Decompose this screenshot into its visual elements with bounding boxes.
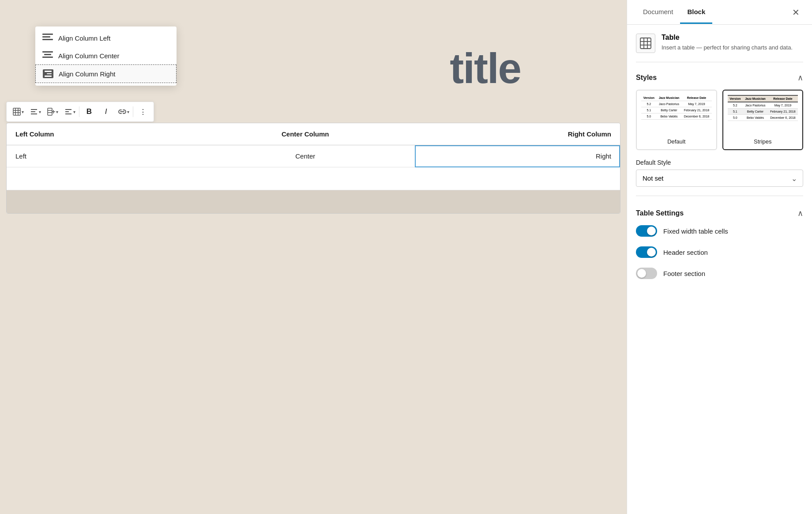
footer-cell-3 — [415, 190, 620, 213]
sidebar-tabs: Document Block ✕ — [627, 0, 812, 25]
block-info-text: Table Insert a table — perfect for shari… — [662, 34, 793, 52]
table-header-row: Left Column Center Column Right Column — [7, 123, 620, 145]
block-description: Insert a table — perfect for sharing cha… — [662, 43, 793, 52]
styles-grid: VersionJazz MusicianRelease Date 5.2Jaco… — [636, 90, 803, 150]
block-title: Table — [662, 34, 793, 42]
toggle-fixed-width: Fixed width table cells — [636, 225, 803, 237]
empty-cell-1[interactable] — [7, 167, 196, 190]
style-stripes-table: VersionJazz MusicianRelease Date 5.2Jaco… — [728, 95, 798, 121]
align-col-button[interactable]: ▾ — [26, 104, 43, 120]
block-info: Table Insert a table — perfect for shari… — [636, 34, 803, 62]
sidebar: Document Block ✕ Table Insert a table — … — [627, 0, 812, 514]
default-style-section: Default Style Not set Default Stripes — [636, 159, 803, 196]
cell-center[interactable]: Center — [196, 145, 415, 167]
table-row: Left Center Right — [7, 145, 620, 167]
table-settings-collapse[interactable]: ∧ — [797, 208, 803, 218]
block-toolbar: ▾ ▾ ▾ ▾ — [6, 102, 154, 122]
style-stripes-label: Stripes — [728, 138, 798, 145]
editor-area: Align Column Left Align Column Center Al… — [0, 0, 627, 514]
align-text-button[interactable]: ▾ — [61, 104, 77, 120]
cell-left[interactable]: Left — [7, 145, 196, 167]
align-col-arrow: ▾ — [39, 110, 41, 114]
style-default[interactable]: VersionJazz MusicianRelease Date 5.2Jaco… — [636, 90, 717, 150]
toggle-fixed-width-switch[interactable] — [636, 225, 657, 237]
page-title: title — [450, 44, 521, 93]
block-icon — [636, 34, 655, 53]
toggle-fixed-width-label: Fixed width table cells — [663, 227, 728, 235]
align-center-icon — [42, 51, 53, 60]
toggle-header-section: Header section — [636, 246, 803, 258]
insert-col-icon — [47, 108, 55, 116]
styles-section-title: Styles — [636, 74, 657, 82]
default-style-select[interactable]: Not set Default Stripes — [636, 170, 803, 187]
table-row-empty — [7, 167, 620, 190]
table-settings-header: Table Settings ∧ — [636, 208, 803, 218]
link-arrow: ▾ — [127, 110, 129, 114]
align-left-label: Align Column Left — [58, 34, 110, 42]
toggle-header-knob — [647, 248, 656, 257]
table-settings-section: Table Settings ∧ Fixed width table cells… — [636, 207, 803, 279]
link-icon — [118, 109, 126, 115]
toolbar-divider-2 — [133, 106, 133, 117]
align-text-arrow: ▾ — [73, 110, 75, 114]
empty-cell-3[interactable] — [415, 167, 620, 190]
align-center-label: Align Column Center — [58, 52, 119, 60]
table-type-button[interactable]: ▾ — [9, 104, 26, 120]
tab-document[interactable]: Document — [636, 1, 680, 24]
toggle-footer-switch[interactable] — [636, 268, 657, 279]
italic-button[interactable]: I — [98, 104, 114, 120]
style-default-label: Default — [641, 138, 712, 145]
align-right-option[interactable]: Align Column Right — [35, 64, 177, 83]
footer-cell-1 — [7, 190, 196, 213]
header-center-column[interactable]: Center Column — [196, 123, 415, 145]
default-style-select-wrapper: Not set Default Stripes — [636, 170, 803, 187]
header-left-column[interactable]: Left Column — [7, 123, 196, 145]
more-options-button[interactable]: ⋮ — [135, 104, 151, 120]
align-text-icon — [64, 108, 72, 116]
styles-section: Styles ∧ VersionJazz MusicianRelease Dat… — [636, 73, 803, 196]
toggle-header-switch[interactable] — [636, 246, 657, 258]
svg-rect-16 — [640, 38, 651, 49]
toggle-footer-knob — [637, 269, 646, 278]
align-left-option[interactable]: Align Column Left — [35, 29, 177, 47]
header-right-column[interactable]: Right Column — [415, 123, 620, 145]
insert-col-arrow: ▾ — [56, 110, 58, 114]
bold-button[interactable]: B — [81, 104, 97, 120]
svg-rect-0 — [13, 108, 20, 115]
empty-cell-2[interactable] — [196, 167, 415, 190]
styles-section-header: Styles ∧ — [636, 73, 803, 83]
toggle-footer-section: Footer section — [636, 268, 803, 279]
align-dropdown-menu: Align Column Left Align Column Center Al… — [35, 26, 177, 86]
style-default-preview: VersionJazz MusicianRelease Date 5.2Jaco… — [641, 95, 712, 135]
data-table: Left Column Center Column Right Column L… — [7, 123, 620, 213]
styles-section-collapse[interactable]: ∧ — [797, 73, 803, 83]
style-stripes[interactable]: VersionJazz MusicianRelease Date 5.2Jaco… — [722, 90, 804, 150]
table-type-arrow: ▾ — [22, 110, 24, 114]
align-center-option[interactable]: Align Column Center — [35, 47, 177, 64]
align-right-label: Align Column Right — [59, 70, 115, 78]
align-right-icon — [43, 69, 53, 78]
insert-col-button[interactable]: ▾ — [44, 104, 60, 120]
table-settings-title: Table Settings — [636, 209, 684, 217]
table-container: Left Column Center Column Right Column L… — [6, 123, 620, 214]
toolbar-divider-1 — [79, 106, 79, 117]
sidebar-content: Table Insert a table — perfect for shari… — [627, 25, 812, 514]
default-style-label: Default Style — [636, 159, 803, 166]
align-left-icon — [42, 34, 53, 42]
svg-rect-8 — [48, 108, 52, 115]
link-button[interactable]: ▾ — [115, 104, 131, 120]
toggle-footer-label: Footer section — [663, 270, 705, 277]
close-button[interactable]: ✕ — [789, 5, 803, 19]
cell-right-selected[interactable]: Right — [415, 145, 620, 167]
style-stripes-preview: VersionJazz MusicianRelease Date 5.2Jaco… — [728, 95, 798, 135]
toggle-header-label: Header section — [663, 249, 708, 256]
align-col-icon — [30, 108, 38, 116]
style-default-table: VersionJazz MusicianRelease Date 5.2Jaco… — [641, 95, 712, 120]
table-block-icon — [639, 37, 652, 49]
tab-block[interactable]: Block — [680, 1, 712, 24]
table-icon — [13, 108, 21, 116]
table-footer-row — [7, 190, 620, 213]
toggle-fixed-width-knob — [647, 227, 656, 235]
footer-cell-2 — [196, 190, 415, 213]
